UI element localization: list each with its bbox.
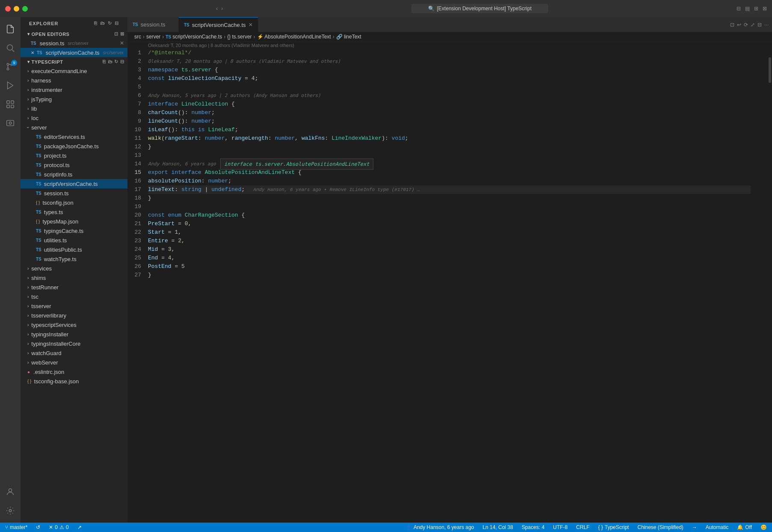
bc-file[interactable]: TS scriptVersionCache.ts (166, 34, 222, 40)
ts-refresh-icon[interactable]: ↻ (114, 59, 118, 65)
activity-source-control[interactable]: 9 (2, 58, 19, 75)
language-mode[interactable]: { } TypeScript (596, 524, 630, 530)
blame-status[interactable]: 👤 Andy Hanson, 6 years ago (404, 524, 476, 530)
folder-loc[interactable]: › loc (21, 113, 127, 123)
ts-collapse-icon[interactable]: ⊟ (120, 59, 124, 65)
folder-jstyping[interactable]: › jsTyping (21, 94, 127, 104)
activity-search[interactable] (2, 39, 19, 56)
error-status[interactable]: ✕ 0 ⚠ 0 (47, 524, 70, 530)
folder-typescriptservices[interactable]: › typescriptServices (21, 320, 127, 329)
activity-remote[interactable] (2, 115, 19, 132)
bc-server[interactable]: server (146, 34, 160, 40)
activity-explorer[interactable] (2, 21, 19, 38)
file-typesmap[interactable]: { } typesMap.json (21, 217, 127, 226)
file-scriptinfo[interactable]: TS scriptInfo.ts (21, 170, 127, 179)
activity-accounts[interactable] (2, 483, 19, 500)
typescript-section[interactable]: ▾ TYPESCRIPT ⎘ 🗁 ↻ ⊟ (21, 57, 127, 66)
new-file-icon[interactable]: ⎘ (94, 21, 98, 26)
folder-shims[interactable]: › shims (21, 273, 127, 282)
activity-settings[interactable] (2, 502, 19, 519)
close-all-icon[interactable]: ⊠ (120, 31, 124, 37)
file-typingscache[interactable]: TS typingsCache.ts (21, 226, 127, 235)
folder-webserver[interactable]: › webServer (21, 358, 127, 367)
bc-interface[interactable]: ⚡ AbsolutePositionAndLineText (257, 34, 331, 40)
open-in-dedicated-icon[interactable]: ⤢ (751, 22, 755, 28)
hint-icon-container[interactable]: ↗ (76, 524, 83, 530)
file-scriptversioncache[interactable]: TS scriptVersionCache.ts (21, 179, 127, 188)
file-watchtype[interactable]: TS watchType.ts (21, 254, 127, 264)
close-tab-button[interactable]: ✕ (248, 22, 253, 28)
folder-executecommandline[interactable]: › executeCommandLine (21, 66, 127, 76)
vertical-scrollbar[interactable] (768, 49, 772, 523)
line-ending[interactable]: CRLF (574, 524, 591, 530)
close-session-button[interactable]: ✕ (120, 40, 124, 46)
maximize-button[interactable] (22, 6, 28, 12)
bc-namespace[interactable]: {} ts.server (227, 34, 251, 40)
folder-tsc[interactable]: › tsc (21, 292, 127, 301)
file-eslintrc[interactable]: ● .eslintrc.json (21, 367, 127, 376)
file-utilities[interactable]: TS utilities.ts (21, 235, 127, 245)
open-changes-icon[interactable]: ⟳ (744, 22, 748, 28)
close-button[interactable] (5, 6, 11, 12)
folder-instrumenter[interactable]: › instrumenter (21, 85, 127, 94)
file-utilitiespublic[interactable]: TS utilitiesPublic.ts (21, 245, 127, 254)
open-editors-section[interactable]: ▾ OPEN EDITORS ⊡ ⊠ (21, 29, 127, 38)
open-editor-scriptcache[interactable]: ✕ TS scriptVersionCache.ts src/server (21, 48, 127, 57)
split-editor-icon[interactable]: ⊟ (737, 6, 741, 12)
nav-back-button[interactable]: ‹ (216, 6, 218, 12)
folder-harness[interactable]: › harness (21, 76, 127, 85)
new-folder-icon[interactable]: 🗁 (100, 21, 105, 26)
editor-scroll[interactable]: 1 2 3 4 5 6 7 8 9 10 11 12 13 14 (127, 49, 768, 523)
code-column[interactable]: /*@internal*/ Oleksandr T, 20 months ago… (148, 49, 768, 279)
sync-status[interactable]: ↺ (34, 524, 42, 530)
cursor-position[interactable]: Ln 14, Col 38 (481, 524, 515, 530)
tab-scriptversioncache[interactable]: TS scriptVersionCache.ts ✕ (179, 17, 258, 32)
nav-forward-button[interactable]: › (221, 6, 223, 12)
scrollbar-thumb[interactable] (769, 57, 771, 83)
arrow-status[interactable]: → (690, 524, 699, 530)
customize-layout-icon[interactable]: ⊠ (763, 6, 767, 12)
refresh-icon[interactable]: ↻ (108, 21, 112, 26)
ts-new-folder-icon[interactable]: 🗁 (108, 59, 113, 65)
file-packagejsoncache[interactable]: TS packageJsonCache.ts (21, 141, 127, 151)
bc-linetext[interactable]: 🔗 lineText (336, 34, 361, 40)
toggle-panel-icon[interactable]: ⊞ (754, 6, 758, 12)
file-session[interactable]: TS session.ts (21, 188, 127, 198)
toggle-primary-sidebar-icon[interactable]: ▤ (745, 6, 750, 12)
file-project[interactable]: TS project.ts (21, 151, 127, 160)
bc-src[interactable]: src (134, 34, 141, 40)
file-protocol[interactable]: TS protocol.ts (21, 160, 127, 170)
activity-extensions[interactable] (2, 96, 19, 113)
save-all-icon[interactable]: ⊡ (114, 31, 118, 37)
folder-services[interactable]: › services (21, 264, 127, 273)
notification-icon-container[interactable]: 🔔 Off (735, 524, 754, 530)
folder-watchguard[interactable]: › watchGuard (21, 348, 127, 358)
collapse-all-icon[interactable]: ⊟ (115, 21, 119, 26)
folder-tsserver[interactable]: › tsserver (21, 301, 127, 311)
split-right-icon[interactable]: ⊡ (730, 22, 734, 28)
folder-lib[interactable]: › lib (21, 104, 127, 113)
folder-typingsinstaller[interactable]: › typingsInstaller (21, 329, 127, 339)
more-actions-icon[interactable]: ··· (764, 22, 769, 28)
open-editor-session[interactable]: TS session.ts src/server ✕ (21, 38, 127, 48)
file-editorservices[interactable]: TS editorServices.ts (21, 132, 127, 141)
folder-testrunner[interactable]: › testRunner (21, 282, 127, 292)
git-branch[interactable]: ⑂ master* (3, 524, 29, 530)
file-tsconfig[interactable]: { } tsconfig.json (21, 198, 127, 207)
minimize-button[interactable] (14, 6, 19, 12)
ts-new-file-icon[interactable]: ⎘ (103, 59, 106, 65)
feedback-icon-container[interactable]: 😊 (759, 524, 769, 530)
auto-status[interactable]: Automatic (704, 524, 730, 530)
encoding[interactable]: UTF-8 (551, 524, 569, 530)
activity-run[interactable] (2, 77, 19, 94)
folder-server[interactable]: › server (21, 123, 127, 132)
folder-tsserverlibrary[interactable]: › tsserverlibrary (21, 311, 127, 320)
toggle-word-wrap-icon[interactable]: ↩ (737, 22, 741, 28)
indentation[interactable]: Spaces: 4 (520, 524, 546, 530)
folder-typingsinstallercore[interactable]: › typingsInstallerCore (21, 339, 127, 348)
file-tsconfigbase[interactable]: { } tsconfig-base.json (21, 376, 127, 386)
locale-status[interactable]: Chinese (Simplified) (636, 524, 685, 530)
editor-main[interactable]: 1 2 3 4 5 6 7 8 9 10 11 12 13 14 (127, 49, 772, 523)
split-editor-icon2[interactable]: ⊟ (757, 22, 762, 28)
tab-session[interactable]: TS session.ts (127, 17, 179, 32)
